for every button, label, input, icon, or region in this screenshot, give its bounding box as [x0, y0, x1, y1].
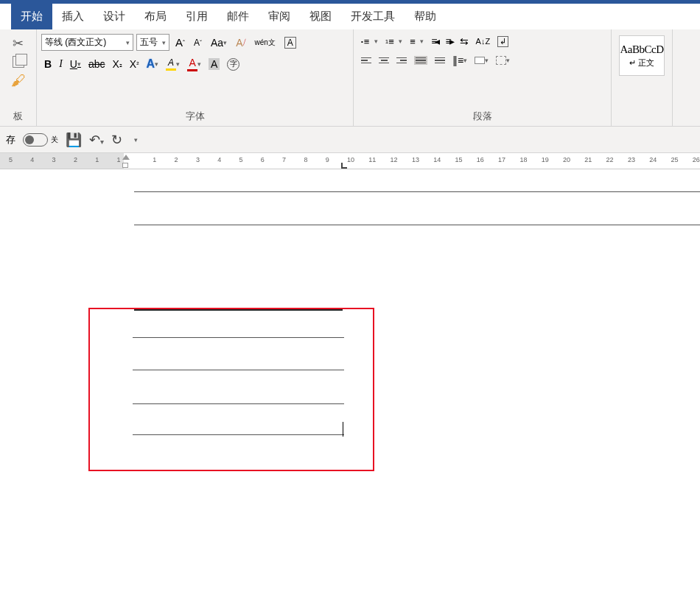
chevron-down-icon: ▾ — [162, 39, 166, 46]
align-justify-button[interactable] — [411, 54, 430, 67]
tab-mailings[interactable]: 邮件 — [217, 4, 259, 29]
tab-developer[interactable]: 开发工具 — [341, 4, 405, 29]
redo-button[interactable]: ↻ — [111, 132, 122, 148]
font-name-select[interactable]: 等线 (西文正文)▾ — [41, 34, 133, 51]
annotation-box — [88, 308, 374, 471]
phonetic-guide-button[interactable]: wén文 — [252, 38, 279, 48]
document-line — [133, 337, 344, 338]
char-border-button[interactable]: A — [281, 35, 299, 50]
paragraph-group: ▾ ▾ ▾ ≡◂ ≡▸ ⇆ A↓Z ↲ ‖≡▾ ▾ ▾ 段落 — [354, 29, 612, 126]
tab-layout[interactable]: 布局 — [135, 4, 176, 29]
tab-references[interactable]: 引用 — [176, 4, 217, 29]
tab-home[interactable]: 开始 — [11, 4, 52, 29]
tab-design[interactable]: 设计 — [94, 4, 135, 29]
enclose-char-button[interactable]: 字 — [224, 57, 242, 72]
text-effects-button[interactable]: A▾ — [144, 56, 162, 72]
style-sample: AaBbCcD — [620, 43, 664, 56]
increase-indent-button[interactable]: ≡▸ — [442, 34, 455, 49]
hanging-indent-marker[interactable] — [122, 163, 128, 168]
style-normal[interactable]: AaBbCcD ↵ 正文 — [619, 35, 665, 76]
document-line — [133, 403, 344, 404]
clipboard-label: 板 — [3, 108, 33, 124]
text-cursor — [343, 422, 343, 437]
quick-access-toolbar: 存 关 💾 ↶▾ ↻ ▾ — [0, 127, 700, 153]
superscript-button[interactable]: X² — [127, 57, 142, 71]
format-painter-icon[interactable]: 🖌 — [11, 72, 26, 89]
ribbon: ✂ 🖌 板 等线 (西文正文)▾ 五号▾ Aˆ Aˇ Aa▾ A⧸ wén文 A… — [0, 29, 700, 127]
cut-icon[interactable]: ✂ — [13, 35, 24, 52]
autosave-toggle[interactable] — [23, 133, 48, 147]
font-size-select[interactable]: 五号▾ — [136, 34, 169, 51]
align-center-button[interactable] — [376, 56, 392, 66]
tab-view[interactable]: 视图 — [300, 4, 341, 29]
tab-insert[interactable]: 插入 — [52, 4, 94, 29]
char-shading-button[interactable]: A — [206, 57, 223, 71]
sort-button[interactable]: A↓Z — [473, 35, 494, 47]
strikethrough-button[interactable]: abc — [85, 57, 108, 71]
document-line — [134, 225, 700, 225]
menu-tabs: 开始 插入 设计 布局 引用 邮件 审阅 视图 开发工具 帮助 — [0, 0, 700, 29]
save-icon[interactable]: 💾 — [66, 132, 82, 148]
align-right-button[interactable] — [393, 56, 410, 66]
document-line — [133, 434, 344, 435]
qat-customize-icon[interactable]: ▾ — [134, 136, 138, 144]
grow-font-button[interactable]: Aˆ — [172, 35, 188, 50]
text-direction-button[interactable]: ⇆ — [457, 34, 472, 49]
borders-button[interactable]: ▾ — [493, 54, 513, 66]
paragraph-group-label: 段落 — [357, 108, 608, 124]
font-group: 等线 (西文正文)▾ 五号▾ Aˆ Aˇ Aa▾ A⧸ wén文 A B I U… — [37, 29, 354, 126]
align-left-button[interactable] — [358, 56, 374, 66]
document-line — [133, 370, 344, 370]
bullets-button[interactable]: ▾ — [358, 34, 381, 49]
font-color-button[interactable]: A▾ — [184, 55, 204, 73]
distribute-button[interactable] — [432, 56, 448, 66]
toggle-off-label: 关 — [51, 135, 58, 145]
italic-button[interactable]: I — [56, 57, 66, 71]
tab-help[interactable]: 帮助 — [405, 4, 446, 29]
subscript-button[interactable]: X₂ — [110, 57, 125, 71]
bold-button[interactable]: B — [41, 57, 55, 71]
document-line — [134, 309, 343, 311]
highlight-button[interactable]: A▾ — [163, 56, 183, 72]
line-spacing-button[interactable]: ‖≡▾ — [449, 53, 470, 68]
decrease-indent-button[interactable]: ≡◂ — [428, 34, 441, 49]
change-case-button[interactable]: Aa▾ — [208, 35, 230, 50]
tab-marker[interactable] — [341, 163, 347, 169]
copy-icon[interactable] — [13, 56, 24, 68]
numbering-button[interactable]: ▾ — [382, 34, 405, 49]
chevron-down-icon: ▾ — [126, 39, 130, 46]
clear-format-button[interactable]: A⧸ — [233, 35, 248, 50]
shading-button[interactable]: ▾ — [472, 55, 491, 66]
undo-button[interactable]: ↶▾ — [89, 132, 104, 148]
style-name: ↵ 正文 — [629, 57, 654, 68]
shrink-font-button[interactable]: Aˇ — [191, 36, 205, 49]
tab-review[interactable]: 审阅 — [259, 4, 300, 29]
show-marks-button[interactable]: ↲ — [494, 35, 511, 49]
document-area[interactable] — [0, 169, 700, 582]
first-line-indent-marker[interactable] — [122, 155, 130, 160]
font-group-label: 字体 — [40, 108, 350, 124]
underline-button[interactable]: U▾ — [67, 57, 84, 71]
styles-group: AaBbCcD ↵ 正文 — [612, 29, 673, 126]
multilevel-list-button[interactable]: ▾ — [407, 34, 427, 49]
horizontal-ruler[interactable]: 5432111234567891011121314151617181920212… — [0, 153, 700, 169]
document-line — [134, 191, 700, 192]
autosave-label: 存 — [6, 133, 15, 147]
clipboard-group: ✂ 🖌 板 — [0, 29, 37, 126]
